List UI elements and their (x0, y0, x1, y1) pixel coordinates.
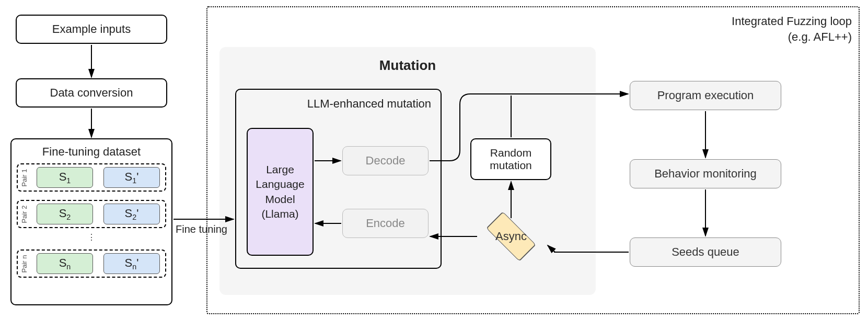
seed-s2p-text: S2' (125, 207, 139, 221)
seed-s1p-text: S1' (125, 170, 139, 185)
async-label: Async (474, 230, 548, 243)
fuzzing-loop-title-1: Integrated Fuzzing loop (523, 15, 852, 28)
seed-s2-text: S2 (59, 207, 71, 221)
mutation-title: Mutation (219, 57, 596, 74)
fine-tuning-edge-label: Fine tuning (176, 223, 227, 235)
seed-s2p: S2' (103, 204, 160, 224)
random-mutation-box: Random mutation (470, 138, 551, 180)
example-inputs-box: Example inputs (16, 15, 167, 44)
pair-dots: ⋮ (86, 232, 97, 242)
behavior-monitoring-label: Behavior monitoring (654, 167, 757, 181)
data-conversion-box: Data conversion (16, 78, 167, 108)
seed-s2: S2 (37, 204, 93, 224)
seed-snp-text: Sn' (125, 256, 139, 271)
seed-s1p: S1' (103, 167, 160, 188)
behavior-monitoring-box: Behavior monitoring (630, 159, 781, 188)
pair-n-label: Pair n (20, 255, 28, 273)
pair-1-label: Pair 1 (20, 169, 28, 187)
seed-sn: Sn (37, 253, 93, 274)
pair-2-label: Pair 2 (20, 206, 28, 223)
seed-s1-text: S1 (59, 170, 71, 185)
program-execution-box: Program execution (630, 81, 781, 110)
seed-s1: S1 (37, 167, 93, 188)
program-execution-label: Program execution (657, 89, 754, 102)
encode-label: Encode (366, 217, 405, 230)
llm-enhanced-title: LLM-enhanced mutation (261, 97, 431, 111)
data-conversion-label: Data conversion (50, 86, 133, 100)
seeds-queue-label: Seeds queue (672, 245, 739, 259)
encode-box: Encode (342, 209, 429, 238)
fuzzing-loop-title-2: (e.g. AFL++) (523, 30, 852, 44)
llm-box: Large Language Model (Llama) (247, 128, 314, 256)
example-inputs-label: Example inputs (52, 22, 131, 36)
decode-label: Decode (366, 154, 406, 168)
seeds-queue-box: Seeds queue (630, 237, 781, 267)
random-mutation-label: Random mutation (471, 147, 550, 172)
seed-sn-text: Sn (59, 256, 71, 271)
decode-box: Decode (342, 146, 429, 175)
llm-box-label: Large Language Model (Llama) (248, 162, 313, 221)
finetune-dataset-title: Fine-tuning dataset (10, 145, 172, 159)
seed-snp: Sn' (103, 253, 160, 274)
